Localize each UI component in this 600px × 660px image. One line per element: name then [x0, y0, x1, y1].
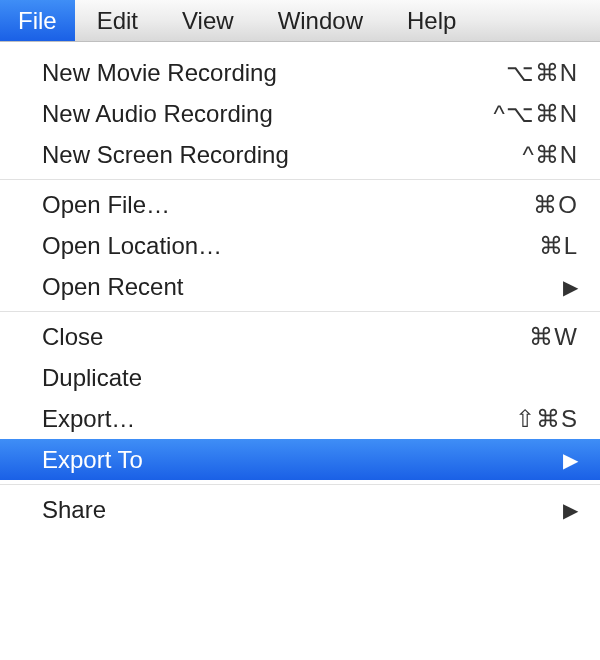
menu-item-new-audio-recording[interactable]: New Audio Recording ^⌥⌘N: [0, 93, 600, 134]
menu-item-label: New Audio Recording: [42, 100, 273, 128]
menu-item-open-location[interactable]: Open Location… ⌘L: [0, 225, 600, 266]
menu-item-label: Duplicate: [42, 364, 142, 392]
menu-item-label: New Movie Recording: [42, 59, 277, 87]
menubar-item-window[interactable]: Window: [256, 0, 385, 41]
submenu-arrow-icon: ▶: [563, 448, 578, 472]
menubar-item-label: Edit: [97, 7, 138, 35]
menu-item-export[interactable]: Export… ⇧⌘S: [0, 398, 600, 439]
menubar-item-file[interactable]: File: [0, 0, 75, 41]
menubar-item-view[interactable]: View: [160, 0, 256, 41]
menu-item-open-recent[interactable]: Open Recent ▶: [0, 266, 600, 307]
file-menu-dropdown: New Movie Recording ⌥⌘N New Audio Record…: [0, 42, 600, 530]
menu-item-shortcut: ⌥⌘N: [506, 59, 578, 87]
menu-item-new-movie-recording[interactable]: New Movie Recording ⌥⌘N: [0, 52, 600, 93]
menu-item-label: Open File…: [42, 191, 170, 219]
menu-item-new-screen-recording[interactable]: New Screen Recording ^⌘N: [0, 134, 600, 175]
menu-item-label: Close: [42, 323, 103, 351]
menu-item-label: Open Recent: [42, 273, 183, 301]
menubar-item-label: Help: [407, 7, 456, 35]
menu-item-label: Export…: [42, 405, 135, 433]
menu-separator: [0, 311, 600, 312]
menu-item-shortcut: ⌘O: [533, 191, 578, 219]
menu-item-label: Export To: [42, 446, 143, 474]
menu-item-export-to[interactable]: Export To ▶: [0, 439, 600, 480]
menu-item-close[interactable]: Close ⌘W: [0, 316, 600, 357]
menubar-item-label: File: [18, 7, 57, 35]
menubar: File Edit View Window Help: [0, 0, 600, 42]
menu-item-shortcut: ⇧⌘S: [515, 405, 578, 433]
menubar-item-edit[interactable]: Edit: [75, 0, 160, 41]
submenu-arrow-icon: ▶: [563, 498, 578, 522]
menu-item-label: Open Location…: [42, 232, 222, 260]
menu-item-shortcut: ⌘L: [539, 232, 578, 260]
menu-separator: [0, 484, 600, 485]
submenu-arrow-icon: ▶: [563, 275, 578, 299]
menubar-item-label: Window: [278, 7, 363, 35]
menu-item-shortcut: ⌘W: [529, 323, 578, 351]
menu-item-shortcut: ^⌥⌘N: [493, 100, 578, 128]
menu-item-share[interactable]: Share ▶: [0, 489, 600, 530]
menu-item-label: Share: [42, 496, 106, 524]
menu-item-open-file[interactable]: Open File… ⌘O: [0, 184, 600, 225]
menu-separator: [0, 179, 600, 180]
menu-item-duplicate[interactable]: Duplicate: [0, 357, 600, 398]
menu-item-shortcut: ^⌘N: [522, 141, 578, 169]
menubar-item-help[interactable]: Help: [385, 0, 478, 41]
menubar-item-label: View: [182, 7, 234, 35]
menu-item-label: New Screen Recording: [42, 141, 289, 169]
